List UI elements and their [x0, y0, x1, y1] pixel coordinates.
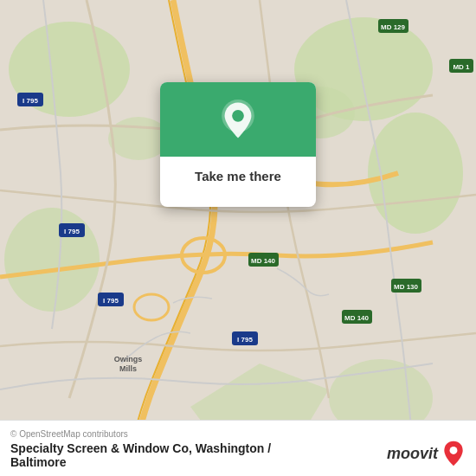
svg-text:I 795: I 795: [237, 336, 253, 344]
popup-header: [160, 82, 316, 157]
map-svg: Owings Mills I 795 I 795 I 795 I 795 MD …: [0, 0, 476, 476]
moovit-logo: moovit: [387, 440, 466, 467]
svg-text:MD 140: MD 140: [251, 257, 276, 265]
svg-text:MD 129: MD 129: [381, 23, 406, 31]
svg-point-3: [368, 113, 463, 234]
location-pin-icon: [217, 100, 259, 141]
svg-point-32: [232, 110, 244, 122]
moovit-text: moovit: [387, 445, 438, 463]
svg-text:Owings: Owings: [114, 355, 143, 363]
svg-text:MD 130: MD 130: [394, 283, 419, 291]
svg-point-4: [4, 208, 100, 312]
popup-card: Take me there: [160, 82, 316, 207]
svg-text:MD 140: MD 140: [344, 314, 370, 322]
svg-text:Mills: Mills: [119, 364, 137, 373]
attribution-text: © OpenStreetMap contributors: [10, 429, 466, 439]
map-container: Owings Mills I 795 I 795 I 795 I 795 MD …: [0, 0, 476, 476]
popup-button[interactable]: Take me there: [181, 157, 295, 196]
popup-tail: [228, 195, 248, 207]
svg-point-33: [450, 447, 458, 454]
svg-text:I 795: I 795: [23, 97, 38, 105]
svg-text:MD 1: MD 1: [453, 63, 470, 71]
svg-text:I 795: I 795: [103, 297, 119, 305]
svg-text:I 795: I 795: [64, 228, 80, 235]
moovit-pin-icon: [441, 440, 466, 467]
